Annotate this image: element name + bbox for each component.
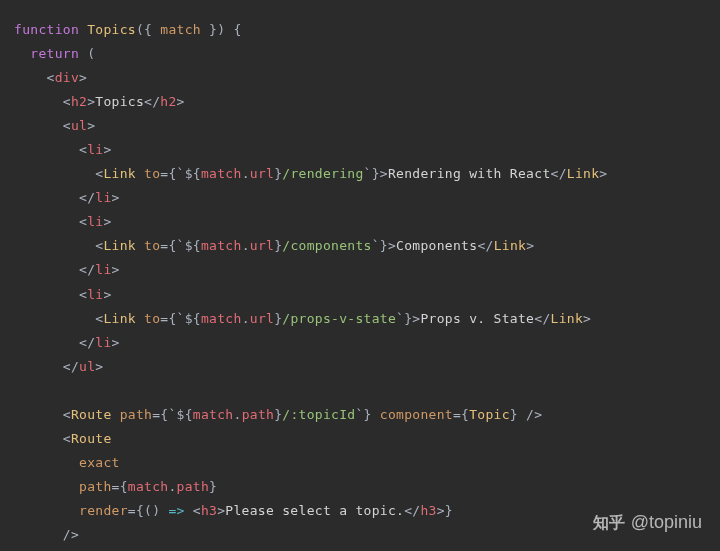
keyword-return: return — [30, 46, 79, 61]
keyword-function: function — [14, 22, 79, 37]
watermark-text: @topiniu — [631, 506, 702, 539]
code-block: function Topics({ match }) { return ( <d… — [14, 18, 706, 551]
function-name: Topics — [87, 22, 136, 37]
zhihu-logo-icon: 知乎 — [593, 508, 625, 538]
watermark: 知乎 @topiniu — [593, 506, 702, 539]
